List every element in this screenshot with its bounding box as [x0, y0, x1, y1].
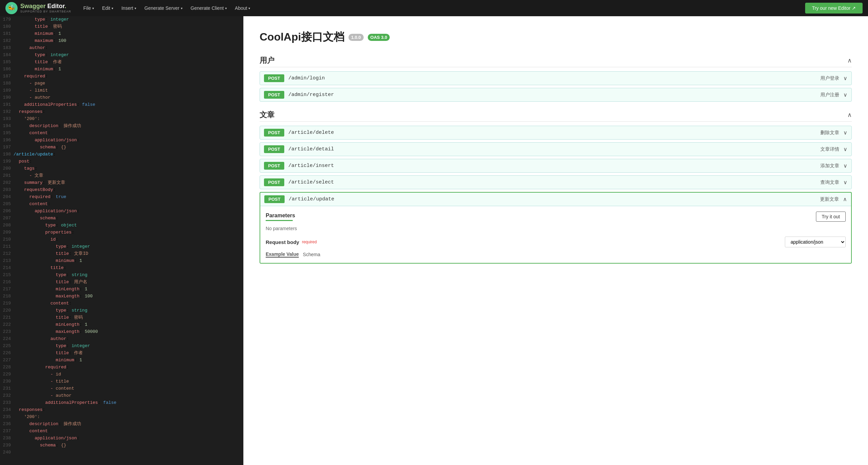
line-number: 222 [0, 321, 14, 328]
line-content: - content [14, 385, 243, 392]
content-type-select[interactable]: application/json [785, 237, 846, 247]
line-number: 212 [0, 250, 14, 258]
endpoint-header-1-0[interactable]: POST/article/delete删除文章∨ [260, 126, 851, 139]
endpoint-header-1-3[interactable]: POST/article/select查询文章∨ [260, 176, 851, 189]
line-content: type: integer [14, 343, 243, 350]
line-content: '200': [14, 116, 243, 123]
section-header-1[interactable]: 文章∧ [260, 110, 852, 122]
line-number: 182 [0, 38, 14, 45]
code-line: 199 post: [0, 158, 243, 165]
nav-insert[interactable]: Insert ▾ [117, 0, 140, 16]
params-underline [266, 220, 293, 221]
line-number: 217 [0, 286, 14, 293]
nav-generate-client[interactable]: Generate Client ▾ [187, 0, 231, 16]
code-line: 204 required: true [0, 194, 243, 201]
line-number: 199 [0, 158, 14, 165]
main-area: 179 type: integer180 title: 密码181 minimu… [0, 16, 868, 465]
endpoint-1-4: POST/article/update更新文章∧ParametersTry it… [260, 192, 852, 264]
code-line: 218 maxLength: 100 [0, 293, 243, 300]
line-content: - title [14, 378, 243, 385]
code-line: 211 type: integer [0, 243, 243, 250]
line-content: minLength: 1 [14, 321, 243, 328]
section-toggle-icon-0[interactable]: ∧ [847, 57, 852, 64]
line-content: properties: [14, 229, 243, 236]
line-number: 228 [0, 364, 14, 371]
line-number: 205 [0, 201, 14, 208]
nav-file[interactable]: File ▾ [79, 0, 98, 16]
line-number: 187 [0, 73, 14, 80]
code-line: 235 '200': [0, 414, 243, 421]
try-it-out-button[interactable]: Try it out [816, 212, 846, 222]
section-toggle-icon-1[interactable]: ∧ [847, 111, 852, 119]
version-badge: 1.0.0 [348, 34, 364, 41]
line-content: type: string [14, 307, 243, 314]
code-line: 219 content: [0, 300, 243, 307]
params-header: ParametersTry it out [266, 212, 846, 222]
line-number: 193 [0, 116, 14, 123]
line-number: 192 [0, 108, 14, 116]
nav-edit[interactable]: Edit ▾ [98, 0, 117, 16]
endpoint-header-1-4[interactable]: POST/article/update更新文章∧ [260, 193, 851, 206]
line-content: description: 操作成功 [14, 421, 243, 428]
line-content: required: [14, 364, 243, 371]
code-line: 188 - page [0, 80, 243, 87]
line-number: 206 [0, 208, 14, 215]
example-value-tab[interactable]: Example Value [266, 251, 299, 258]
line-number: 235 [0, 414, 14, 421]
endpoint-chevron-icon-1-1: ∨ [843, 146, 847, 152]
endpoint-0-1: POST/admin/register用户注册∨ [260, 88, 852, 102]
line-number: 181 [0, 30, 14, 38]
method-badge-1-2: POST [264, 162, 284, 170]
about-caret-icon: ▾ [248, 6, 250, 10]
line-content: post: [14, 158, 243, 165]
code-line: 234 responses: [0, 407, 243, 414]
line-number: 185 [0, 59, 14, 66]
logo-text: Swagger Editor. SUPPORTED BY SMARTBEAR [20, 3, 71, 13]
line-number: 202 [0, 179, 14, 187]
line-content: required: true [14, 194, 243, 201]
schema-tab[interactable]: Schema [303, 252, 320, 257]
line-content: content: [14, 300, 243, 307]
editor-pane[interactable]: 179 type: integer180 title: 密码181 minimu… [0, 16, 243, 465]
try-new-editor-button[interactable]: Try our new Editor ↗ [805, 3, 863, 14]
line-content: - author [14, 392, 243, 399]
code-line: 239 schema: {} [0, 442, 243, 449]
line-content: title: 作者 [14, 350, 243, 357]
line-content: requestBody: [14, 187, 243, 194]
endpoint-header-0-0[interactable]: POST/admin/login用户登录∨ [260, 72, 851, 85]
line-number: 236 [0, 421, 14, 428]
method-badge-0-0: POST [264, 74, 284, 82]
line-content: author: [14, 336, 243, 343]
line-number: 194 [0, 123, 14, 130]
nav-about[interactable]: About ▾ [231, 0, 255, 16]
nav-generate-server[interactable]: Generate Server ▾ [140, 0, 187, 16]
endpoint-header-1-2[interactable]: POST/article/insert添加文章∨ [260, 159, 851, 172]
file-caret-icon: ▾ [92, 6, 94, 10]
line-number: 234 [0, 407, 14, 414]
code-line: 214 title: [0, 265, 243, 272]
code-line: 196 application/json: [0, 137, 243, 144]
endpoint-content-1-4: ParametersTry it outNo parametersRequest… [260, 206, 851, 263]
code-line: 232 - author [0, 392, 243, 399]
line-number: 190 [0, 94, 14, 101]
endpoint-header-1-1[interactable]: POST/article/detail文章详情∨ [260, 143, 851, 156]
line-content [14, 449, 243, 456]
svg-text:🐝: 🐝 [8, 4, 16, 11]
line-number: 196 [0, 137, 14, 144]
oas-badge: OAS 3.0 [368, 34, 390, 41]
code-line: 206 application/json: [0, 208, 243, 215]
line-content: - 文章 [14, 172, 243, 179]
line-number: 224 [0, 336, 14, 343]
line-number: 207 [0, 215, 14, 222]
endpoint-1-1: POST/article/detail文章详情∨ [260, 142, 852, 156]
line-content: author: [14, 45, 243, 52]
method-badge-1-1: POST [264, 145, 284, 153]
preview-pane[interactable]: CoolApi接口文档 1.0.0 OAS 3.0 用户∧POST/admin/… [243, 16, 868, 465]
section-header-0[interactable]: 用户∧ [260, 55, 852, 67]
line-content: minimum: 1 [14, 30, 243, 38]
code-line: 228 required: [0, 364, 243, 371]
endpoint-1-3: POST/article/select查询文章∨ [260, 175, 852, 189]
line-number: 232 [0, 392, 14, 399]
endpoint-header-0-1[interactable]: POST/admin/register用户注册∨ [260, 88, 851, 101]
endpoint-desc-1-0: 删除文章 [820, 130, 839, 136]
